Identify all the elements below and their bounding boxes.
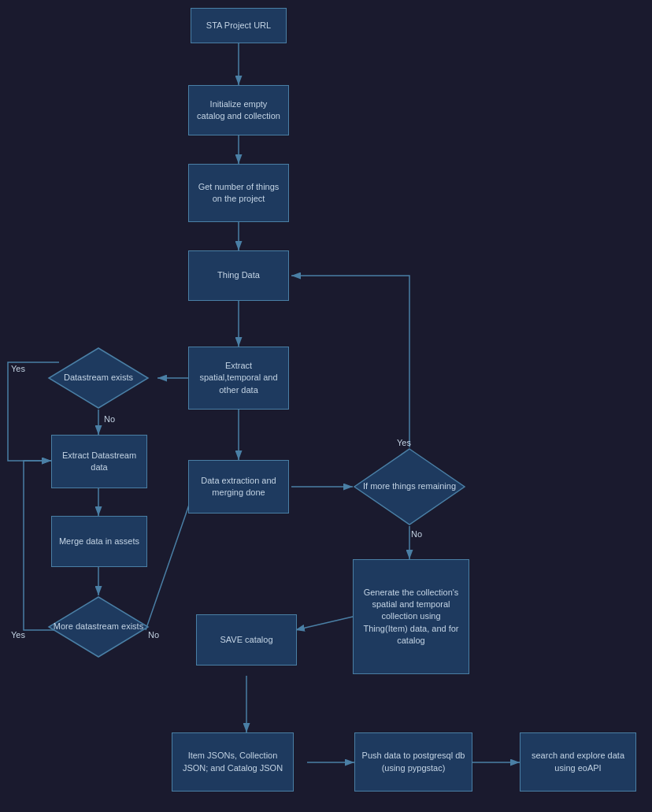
datastream-exists-diamond: Datastream exists <box>47 347 150 410</box>
svg-line-13 <box>295 617 353 630</box>
data-extraction-done-box: Data extraction and merging done <box>188 460 289 514</box>
item-jsons-box: Item JSONs, Collection JSON; and Catalog… <box>172 732 294 792</box>
get-number-box: Get number of things on the project <box>188 164 289 222</box>
more-datastream-diamond: More datastream exists <box>47 595 150 658</box>
push-data-box: Push data to postgresql db (using pypgst… <box>354 732 472 792</box>
generate-collection-box: Generate the collection's spatial and te… <box>353 559 469 674</box>
no-label-more-datastream: No <box>148 630 159 640</box>
thing-data-box: Thing Data <box>188 250 289 301</box>
extract-datastream-box: Extract Datastream data <box>51 435 147 488</box>
save-catalog-box: SAVE catalog <box>196 614 297 666</box>
yes-label-more-datastream: Yes <box>11 630 25 640</box>
yes-label-datastream: Yes <box>11 364 25 373</box>
merge-assets-box: Merge data in assets <box>51 516 147 567</box>
extract-spatial-box: Extract spatial,temporal and other data <box>188 347 289 410</box>
search-explore-box: search and explore data using eoAPI <box>520 732 636 792</box>
init-catalog-box: Initialize empty catalog and collection <box>188 85 289 135</box>
no-label-datastream: No <box>104 414 115 424</box>
yes-label-more-things: Yes <box>397 438 411 447</box>
no-label-more-things: No <box>411 529 422 539</box>
flowchart: STA Project URL Initialize empty catalog… <box>0 0 652 812</box>
if-more-things-diamond: If more things remaining <box>353 447 466 526</box>
sta-url-box: STA Project URL <box>191 8 287 43</box>
